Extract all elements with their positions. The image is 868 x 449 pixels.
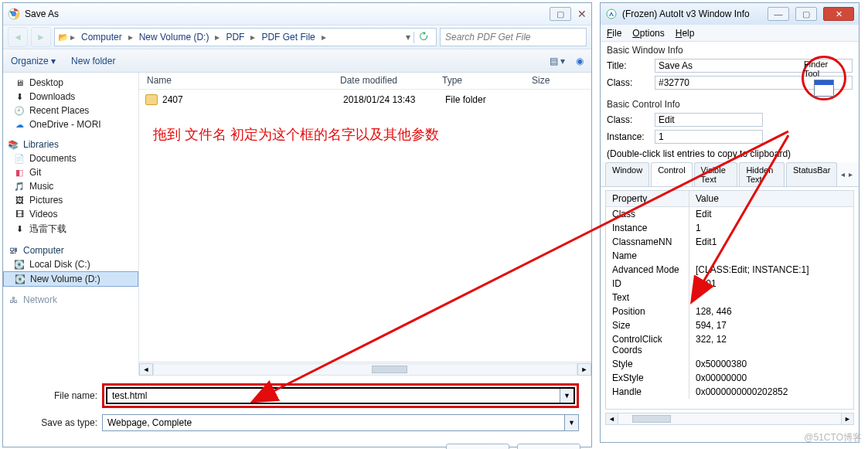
filename-dd-icon[interactable]: ▼ [560, 389, 574, 403]
tree-xunlei[interactable]: ⬇迅雷下载 [3, 221, 138, 237]
hscrollbar[interactable]: ◄ ► [139, 362, 591, 376]
tab-nav-right-icon[interactable]: ▸ [846, 162, 854, 186]
filename-label: File name: [15, 390, 102, 401]
newfolder-button[interactable]: New folder [71, 56, 115, 66]
tree-videos[interactable]: 🎞Videos [3, 207, 138, 221]
grid-prop: Advanced Mode [606, 263, 689, 277]
tree-downloads[interactable]: ⬇Downloads [3, 90, 138, 104]
search-input[interactable]: Search PDF Get File [440, 28, 587, 46]
tree-localc[interactable]: 💽Local Disk (C:) [3, 257, 138, 271]
grid-row[interactable]: Advanced Mode[CLASS:Edit; INSTANCE:1] [606, 263, 853, 277]
menu-options[interactable]: Options [632, 28, 664, 39]
tree-recent[interactable]: 🕘Recent Places [3, 104, 138, 117]
bc-inst-v[interactable]: 1 [655, 130, 763, 144]
refresh-icon[interactable] [414, 32, 433, 43]
save-button[interactable]: Save [446, 444, 509, 449]
col-date[interactable]: Date modified [332, 73, 434, 89]
grid-hscroll[interactable]: ◄ ► [605, 413, 854, 425]
col-type[interactable]: Type [434, 73, 524, 89]
grid-row[interactable]: ID1001 [606, 277, 853, 291]
finder-tool[interactable]: Finder Tool [802, 56, 846, 100]
scroll-right-icon[interactable]: ► [577, 363, 591, 376]
tab-control[interactable]: Control [651, 162, 692, 186]
grid-row[interactable]: Position128, 446 [606, 304, 853, 318]
crumb-computer[interactable]: Computer [77, 29, 127, 46]
property-grid[interactable]: Property Value ClassEditInstance1Classna… [605, 190, 854, 410]
hscroll-thumb[interactable] [632, 415, 671, 423]
grid-row[interactable]: Handle0x0000000000202852 [606, 385, 853, 399]
crumb-pdf[interactable]: PDF [221, 29, 249, 46]
filename-input[interactable]: test.html ▼ [106, 387, 575, 404]
grid-row[interactable]: Name [606, 249, 853, 263]
tree-documents[interactable]: 📄Documents [3, 151, 138, 165]
saveas-titlebar[interactable]: Save As ▢ ✕ [3, 3, 591, 25]
file-row[interactable]: 2407 2018/01/24 13:43 File folder [139, 90, 591, 110]
bw-title-k: Title: [607, 60, 650, 71]
col-value[interactable]: Value [689, 191, 725, 206]
cancel-button[interactable]: Cancel [517, 444, 580, 449]
close-icon[interactable]: ✕ [577, 8, 587, 20]
nav-tree[interactable]: 🖥Desktop ⬇Downloads 🕘Recent Places ☁OneD… [3, 73, 139, 376]
grid-row[interactable]: Instance1 [606, 221, 853, 235]
close-button[interactable]: ✕ [823, 7, 854, 21]
tree-computer[interactable]: 🖳Computer [3, 243, 138, 257]
maximize-button[interactable]: ▢ [550, 7, 571, 21]
tree-newvol[interactable]: 💽New Volume (D:) [3, 271, 138, 287]
column-headers[interactable]: Name Date modified Type Size [139, 73, 591, 90]
tree-desktop[interactable]: 🖥Desktop [3, 76, 138, 90]
basic-window-label: Basic Window Info [601, 42, 859, 57]
forward-button[interactable]: ► [31, 27, 51, 47]
autoit-menubar[interactable]: File Options Help [601, 25, 859, 42]
menu-help[interactable]: Help [676, 28, 695, 39]
tree-git[interactable]: ◧Git [3, 165, 138, 179]
bc-inst-k: Instance: [607, 131, 650, 142]
bc-class-v[interactable]: Edit [655, 113, 763, 127]
view-icon[interactable]: ▤ ▾ [550, 56, 565, 66]
tree-pictures[interactable]: 🖼Pictures [3, 193, 138, 207]
tab-nav-left-icon[interactable]: ◂ [839, 162, 846, 186]
grid-val: 0x00000000 [689, 371, 753, 385]
col-property[interactable]: Property [606, 191, 689, 206]
disk-icon: 💽 [15, 274, 26, 284]
tree-onedrive[interactable]: ☁OneDrive - MORI [3, 117, 138, 131]
back-button[interactable]: ◄ [8, 27, 28, 47]
col-size[interactable]: Size [524, 73, 591, 89]
tab-hidden[interactable]: Hidden Text [739, 162, 785, 186]
crumb-newvol[interactable]: New Volume (D:) [134, 29, 214, 46]
grid-row[interactable]: ExStyle0x00000000 [606, 371, 853, 385]
breadcrumb[interactable]: 📂 ▸ Computer▸ New Volume (D:)▸ PDF▸ PDF … [54, 28, 437, 46]
tab-status[interactable]: StatusBar [786, 162, 837, 186]
bw-class-k: Class: [607, 77, 650, 88]
tree-network[interactable]: 🖧Network [3, 293, 138, 307]
tree-music[interactable]: 🎵Music [3, 179, 138, 193]
grid-row[interactable]: Text [606, 291, 853, 304]
col-name[interactable]: Name [139, 73, 332, 89]
scroll-left-icon[interactable]: ◄ [139, 363, 153, 376]
grid-row[interactable]: Style0x50000380 [606, 357, 853, 371]
downloads-icon: ⬇ [14, 91, 25, 102]
saveastype-dd-icon[interactable]: ▼ [564, 415, 578, 430]
saveastype-label: Save as type: [15, 417, 102, 428]
hscroll-right-icon[interactable]: ► [841, 413, 853, 424]
saveastype-select[interactable]: Webpage, Complete ▼ [102, 414, 579, 431]
recent-icon: 🕘 [14, 105, 25, 116]
tab-window[interactable]: Window [605, 162, 649, 186]
grid-row[interactable]: ClassEdit [606, 207, 853, 221]
organize-button[interactable]: Organize ▾ [11, 56, 56, 66]
autoit-tabs[interactable]: Window Control Visible Text Hidden Text … [601, 162, 859, 187]
minimize-button[interactable]: — [768, 7, 789, 21]
grid-row[interactable]: ClassnameNNEdit1 [606, 235, 853, 249]
menu-file[interactable]: File [607, 28, 621, 39]
help-icon[interactable]: ◉ [576, 56, 584, 66]
maximize-button[interactable]: ▢ [795, 7, 817, 21]
tab-visible[interactable]: Visible Text [694, 162, 738, 186]
scroll-thumb[interactable] [372, 366, 407, 373]
crumb-pdfget[interactable]: PDF Get File [257, 29, 319, 46]
file-date: 2018/01/24 13:43 [343, 94, 445, 105]
hscroll-left-icon[interactable]: ◄ [606, 413, 618, 424]
file-list[interactable]: Name Date modified Type Size 2407 2018/0… [139, 73, 591, 376]
finder-target-icon[interactable] [814, 80, 834, 97]
grid-row[interactable]: Size594, 17 [606, 318, 853, 332]
tree-libraries[interactable]: 📚Libraries [3, 138, 138, 151]
grid-row[interactable]: ControlClick Coords322, 12 [606, 332, 853, 357]
